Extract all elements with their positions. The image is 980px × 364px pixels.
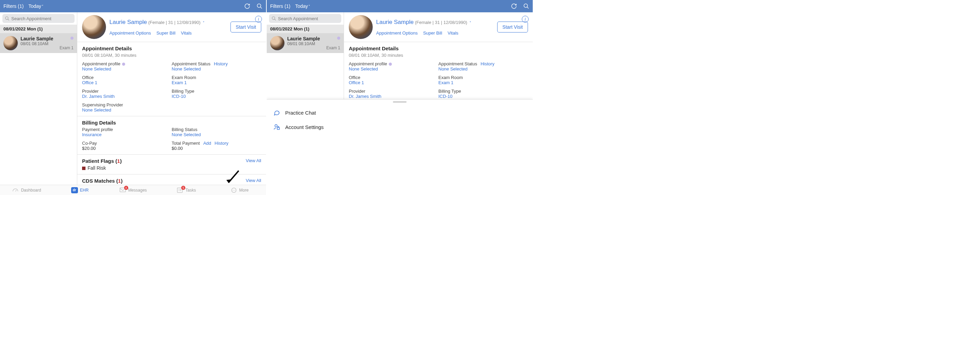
tab-tasks[interactable]: 5 Tasks <box>160 185 213 195</box>
office-value[interactable]: Office 1 <box>82 80 172 85</box>
tab-messages[interactable]: 4 Messages <box>107 185 160 195</box>
appointment-room: Exam 1 <box>326 46 340 50</box>
top-bar: Filters (1) Today <box>0 0 266 12</box>
practice-chat-item[interactable]: Practice Chat <box>267 105 533 120</box>
svg-point-12 <box>275 125 277 127</box>
total-payment-value: $0.00 <box>172 146 261 151</box>
total-payment-label: Total PaymentAddHistory <box>172 140 261 146</box>
search-icon <box>5 16 10 21</box>
history-link[interactable]: History <box>480 61 494 66</box>
chat-icon <box>273 109 280 116</box>
tab-more[interactable]: More <box>213 185 266 195</box>
svg-point-0 <box>257 4 261 8</box>
start-visit-button[interactable]: Start Visit <box>231 22 261 32</box>
supervising-provider-value[interactable]: None Selected <box>82 107 172 113</box>
date-range-dropdown[interactable]: Today <box>29 3 43 9</box>
ehr-icon: dr <box>71 187 78 193</box>
patient-header: Laurie Sample (Female | 31 | 12/08/1990)… <box>77 12 266 42</box>
search-input[interactable] <box>269 14 341 23</box>
appointment-options-link[interactable]: Appointment Options <box>376 30 417 35</box>
appointment-profile-value[interactable]: None Selected <box>82 66 172 72</box>
appointment-patient-name: Laurie Sample <box>21 36 73 42</box>
info-icon[interactable]: i <box>255 16 262 22</box>
search-input[interactable] <box>2 14 75 23</box>
search-icon[interactable] <box>256 2 263 10</box>
date-header: 08/01/2022 Mon (1) <box>0 25 77 33</box>
appointment-status-value[interactable]: None Selected <box>438 66 528 72</box>
envelope-icon: 4 <box>119 187 126 193</box>
view-all-link[interactable]: View All <box>246 158 261 163</box>
status-dot-icon <box>337 37 340 40</box>
appointment-details-section: Appointment Details 08/01 08:10AM, 30 mi… <box>77 42 266 116</box>
appointment-status-label: Appointment StatusHistory <box>438 61 528 66</box>
patient-name[interactable]: Laurie Sample <box>110 19 147 25</box>
section-title: CDS Matches (1) View All <box>82 178 261 184</box>
billing-status-value[interactable]: None Selected <box>172 132 261 137</box>
billing-type-value[interactable]: ICD-10 <box>172 94 261 99</box>
filters-button[interactable]: Filters (1) <box>3 3 24 9</box>
payment-profile-value[interactable]: Insurance <box>82 132 172 137</box>
billing-type-label: Billing Type <box>172 89 261 94</box>
add-payment-link[interactable]: Add <box>203 140 211 146</box>
provider-label: Provider <box>349 89 438 94</box>
appointment-options-link[interactable]: Appointment Options <box>110 30 151 35</box>
copay-label: Co-Pay <box>82 140 172 146</box>
info-icon[interactable]: i <box>522 16 529 22</box>
badge: 4 <box>124 186 128 190</box>
chevron-down-icon[interactable]: ˅ <box>469 21 471 25</box>
svg-point-6 <box>234 190 234 190</box>
vitals-link[interactable]: Vitals <box>448 30 458 35</box>
appointment-profile-value[interactable]: None Selected <box>349 66 438 72</box>
svg-point-5 <box>232 190 233 190</box>
vitals-link[interactable]: Vitals <box>181 30 192 35</box>
more-menu-sheet: Practice Chat Account Settings <box>267 99 533 195</box>
provider-value[interactable]: Dr. James Smith <box>82 94 172 99</box>
sheet-item-label: Practice Chat <box>285 110 316 116</box>
view-all-link[interactable]: View All <box>246 178 261 183</box>
appointment-details-section: Appointment Details 08/01 08:10AM, 30 mi… <box>344 42 533 99</box>
sheet-grabber[interactable] <box>393 101 407 103</box>
refresh-icon[interactable] <box>510 2 518 10</box>
flag-item: Fall Risk <box>82 165 261 171</box>
appointment-row[interactable]: Laurie Sample 08/01 08:10AM Exam 1 <box>267 33 344 53</box>
provider-label: Provider <box>82 89 172 94</box>
patient-demographics: (Female | 31 | 12/08/1990) <box>415 20 468 25</box>
provider-value[interactable]: Dr. James Smith <box>349 94 438 99</box>
exam-room-value[interactable]: Exam 1 <box>438 80 528 85</box>
checklist-icon: 5 <box>177 187 183 193</box>
status-dot-icon <box>122 62 125 66</box>
more-icon <box>231 187 237 193</box>
tab-ehr[interactable]: dr EHR <box>53 185 107 195</box>
main-content: Laurie Sample (Female | 31 | 12/08/1990)… <box>77 12 266 185</box>
exam-room-label: Exam Room <box>438 75 528 80</box>
svg-point-11 <box>272 17 275 19</box>
super-bill-link[interactable]: Super Bill <box>423 30 442 35</box>
billing-details-section: Billing Details Payment profile Insuranc… <box>77 116 266 155</box>
billing-type-value[interactable]: ICD-10 <box>438 94 528 99</box>
appointment-time-line: 08/01 08:10AM, 30 minutes <box>82 53 261 58</box>
main-content: Laurie Sample (Female | 31 | 12/08/1990)… <box>344 12 533 99</box>
history-link[interactable]: History <box>214 61 228 66</box>
start-visit-button[interactable]: Start Visit <box>497 22 528 32</box>
super-bill-link[interactable]: Super Bill <box>156 30 175 35</box>
account-settings-item[interactable]: Account Settings <box>267 120 533 134</box>
patient-name[interactable]: Laurie Sample <box>376 19 414 25</box>
exam-room-value[interactable]: Exam 1 <box>172 80 261 85</box>
appointments-sidebar: 08/01/2022 Mon (1) Laurie Sample 08/01 0… <box>0 12 77 195</box>
user-lock-icon <box>273 123 280 131</box>
history-link[interactable]: History <box>215 140 228 146</box>
date-range-dropdown[interactable]: Today <box>295 3 310 9</box>
tab-dashboard[interactable]: Dashboard <box>0 185 53 195</box>
search-icon[interactable] <box>522 2 530 10</box>
filters-button[interactable]: Filters (1) <box>270 3 290 9</box>
exam-room-label: Exam Room <box>172 75 261 80</box>
office-value[interactable]: Office 1 <box>349 80 438 85</box>
appointment-patient-name: Laurie Sample <box>287 36 340 42</box>
svg-point-7 <box>235 190 235 190</box>
avatar <box>349 15 373 39</box>
refresh-icon[interactable] <box>243 2 251 10</box>
appointment-row[interactable]: Laurie Sample 08/01 08:10AM Exam 1 <box>0 33 77 53</box>
chevron-down-icon[interactable]: ˅ <box>203 21 204 25</box>
appointment-status-value[interactable]: None Selected <box>172 66 261 72</box>
billing-type-label: Billing Type <box>438 89 528 94</box>
